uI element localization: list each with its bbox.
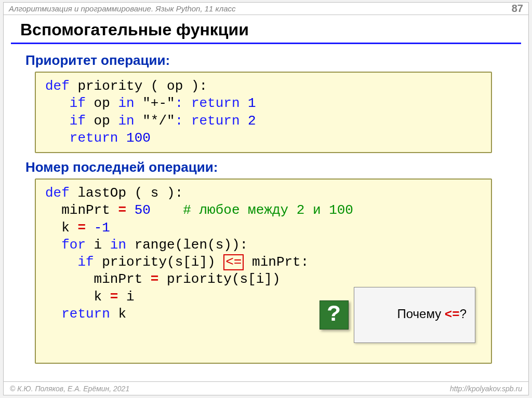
course-title: Алгоритмизация и программирование. Язык …	[9, 4, 236, 13]
num: -1	[94, 220, 110, 236]
code-text: range(len(s)):	[126, 237, 248, 253]
kw-in: in	[118, 95, 134, 111]
callout-box: Почему <=?	[354, 287, 475, 343]
kw-in: in	[110, 237, 126, 253]
section1-heading: Приоритет операции:	[25, 52, 507, 68]
op-assign: =	[110, 289, 118, 305]
code-text: priority(s[i])	[158, 271, 280, 287]
code-block-priority: def priority ( op ): if op in "+-": retu…	[35, 72, 492, 153]
code-text: i	[86, 237, 110, 253]
header-bar: Алгоритмизация и программирование. Язык …	[4, 3, 528, 15]
kw-if: if	[45, 254, 94, 270]
kw-for: for	[45, 237, 86, 253]
code-text: k	[45, 220, 77, 236]
footer-copyright: © К.Ю. Поляков, Е.А. Ерёмин, 2021	[10, 385, 129, 393]
code-text: priority(s[i])	[94, 254, 224, 270]
code-text: lastOp ( s ):	[70, 185, 183, 201]
op-assign: =	[151, 271, 159, 287]
question-badge: ?	[320, 300, 349, 330]
page-number: 87	[512, 3, 523, 15]
code-block-lastop: def lastOp ( s ): minPrt = 50 # любое ме…	[35, 179, 492, 364]
kw-return: : return	[175, 95, 240, 111]
callout-text: Почему	[397, 307, 444, 321]
kw-def: def	[45, 185, 70, 201]
code-text: "*/"	[135, 113, 175, 129]
callout: ? Почему <=?	[320, 287, 475, 343]
code-text: minPrt	[45, 271, 151, 287]
kw-def: def	[45, 78, 70, 94]
num: 1	[240, 95, 256, 111]
callout-text: ?	[460, 307, 467, 321]
code-text: op	[86, 95, 118, 111]
code-text: priority ( op ):	[70, 78, 207, 94]
code-text: op	[86, 113, 118, 129]
kw-in: in	[118, 113, 134, 129]
section2-heading: Номер последней операции:	[25, 159, 507, 175]
num: 50	[126, 202, 151, 218]
code-text: minPrt	[45, 202, 118, 218]
code-text: k	[110, 306, 126, 322]
kw-return: : return	[175, 113, 240, 129]
op-assign: =	[118, 202, 126, 218]
kw-return: return	[45, 306, 110, 322]
code-text: minPrt:	[244, 254, 309, 270]
callout-operator: <=	[445, 308, 460, 322]
kw-if: if	[45, 95, 86, 111]
code-text: "+-"	[135, 95, 175, 111]
content-area: Приоритет операции: def priority ( op ):…	[4, 44, 528, 364]
slide-title: Вспомогательные функции	[20, 20, 528, 39]
num: 2	[240, 113, 256, 129]
footer-url: http://kpolyakov.spb.ru	[450, 385, 522, 393]
code-text	[151, 202, 183, 218]
kw-if: if	[45, 113, 86, 129]
boxed-operator: <=	[223, 254, 244, 270]
op-assign: =	[77, 220, 94, 236]
code-text: i	[118, 289, 134, 305]
comment: # любое между 2 и 100	[183, 202, 353, 218]
code-text: k	[45, 289, 110, 305]
kw-return: return	[45, 130, 118, 146]
num: 100	[118, 130, 150, 146]
footer-bar: © К.Ю. Поляков, Е.А. Ерёмин, 2021 http:/…	[4, 381, 528, 395]
slide: Алгоритмизация и программирование. Язык …	[3, 2, 529, 395]
